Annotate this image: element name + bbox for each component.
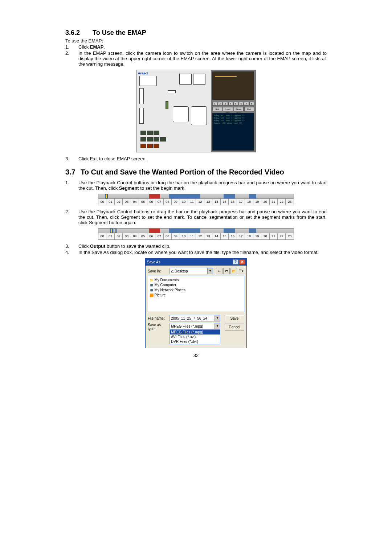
cancel-button[interactable]: Cancel [225,324,244,331]
help-icon[interactable]: ? [233,259,238,264]
segment-end-marker[interactable] [114,229,117,233]
timeline-figure-2: 0001020304050607080910111213141516171819… [65,228,327,240]
up-icon[interactable]: 🗀 [223,268,230,274]
step-text: Click Output button to save the wanted c… [78,243,327,249]
steps-362b: 3. Click Exit to close EMAP screen. [65,156,327,161]
heading-37-number: 3.7 [65,168,81,176]
timeline-hour-cell: 18 [245,199,253,205]
newfolder-icon[interactable]: 📂 [230,268,237,274]
timeline-hour-cell: 19 [253,233,261,239]
timeline-hour-cell: 20 [261,233,269,239]
timeline-segment-blue [224,194,235,198]
step-text: Click Exit to close EMAP screen. [78,156,327,161]
segment-begin-marker[interactable] [110,229,113,233]
timeline-hour-scale: 0001020304050607080910111213141516171819… [98,233,294,240]
timeline-hour-cell: 08 [164,199,172,205]
timeline-hour-cell: 09 [172,199,180,205]
timeline-segment-blue [249,229,256,233]
chevron-down-icon[interactable]: ▼ [215,323,220,329]
step-num: 3. [65,156,78,161]
saveas-list-item[interactable]: My Documents [150,278,242,283]
step-text: Click EMAP. [78,44,327,50]
step-text: Use the Playback Control buttons or drag… [78,209,327,225]
emap-edit-button[interactable]: Edit [212,107,222,111]
emap-cam-btn[interactable]: 2 [218,102,223,106]
emap-camera-preview [212,71,254,100]
filename-input[interactable]: 2005_11_25_7_56_24 ▼ [170,315,220,321]
segment-begin-marker[interactable] [105,194,108,198]
savein-dropdown[interactable]: 🗂 Desktop ▼ [170,268,213,274]
timeline-hour-cell: 07 [155,233,163,239]
savetype-options[interactable]: MPEG Files (*.mpg) AVI Files (*.avi) DVR… [170,329,220,344]
savetype-dropdown[interactable]: MPEG Files (*.mpg) ▼ [170,323,220,329]
timeline-hour-cell: 07 [155,199,163,205]
emap-cam-btn[interactable]: 1 [212,102,217,106]
timeline-hour-cell: 12 [196,233,204,239]
savetype-option[interactable]: AVI Files (*.avi) [170,335,220,339]
emap-figure-wrap: Area-1 1 2 3 4 5 6 [65,70,327,152]
close-icon[interactable]: ✕ [239,259,245,264]
emap-screenshot: Area-1 1 2 3 4 5 6 [136,70,256,152]
emap-area-label: Area-1 [138,71,148,75]
emap-cam-btn[interactable]: 8 [249,102,254,106]
timeline-hour-cell: 12 [196,199,204,205]
step-num: 4. [65,250,78,255]
emap-loadmap-button[interactable]: Load Map [223,107,233,111]
emap-cam-btn[interactable]: 5 [233,102,238,106]
saveas-list-item[interactable]: Picture [150,293,242,298]
timeline-hour-cell: 19 [253,199,261,205]
emap-camera-buttons: 1 2 3 4 5 6 7 8 [212,102,254,106]
emap-thumbnails [140,130,166,150]
timeline-hour-cell: 01 [106,199,114,205]
viewmenu-icon[interactable]: ☰▾ [238,268,244,274]
timeline-hour-cell: 09 [172,233,180,239]
emap-right-panel: 1 2 3 4 5 6 7 8 Edit Load Map Reset Icon… [211,70,256,152]
savetype-option[interactable]: MPEG Files (*.mpg) [170,330,220,335]
page-number: 32 [65,353,327,358]
saveas-dialog: Save As ? ✕ Save in: 🗂 Desktop ▼ ⇦ 🗀 📂 ☰… [145,258,247,348]
timeline-segment-blue [224,229,235,233]
emap-cam-btn[interactable]: 6 [239,102,244,106]
saveas-list-item[interactable]: My Network Places [150,288,242,293]
emap-exit-button[interactable]: Exit [244,107,254,111]
chevron-down-icon[interactable]: ▼ [215,315,220,321]
timeline-hour-cell: 00 [98,199,106,205]
emap-control-row: Edit Load Map Reset Icon Exit [212,107,254,111]
timeline-hour-cell: 06 [147,233,155,239]
back-icon[interactable]: ⇦ [216,268,222,274]
step-text: In the Save As dialog box, locate on whe… [78,250,327,255]
emap-map-area: Area-1 [136,70,211,152]
timeline-segment-red [149,194,160,198]
emap-cam-btn[interactable]: 7 [244,102,249,106]
save-button[interactable]: Save [225,315,244,322]
saveas-list-item[interactable]: My Computer [150,283,242,288]
emap-cam-btn[interactable]: 4 [228,102,233,106]
timeline-hour-cell: 23 [286,199,293,205]
emap-cam-btn[interactable]: 3 [223,102,228,106]
timeline-hour-cell: 22 [278,233,286,239]
steps-37c: 3. Click Output button to save the wante… [65,243,327,255]
timeline-hour-cell: 05 [139,199,147,205]
timeline-hour-cell: 23 [286,233,293,239]
timeline-hour-cell: 21 [270,199,278,205]
emap-warning-log: Relay (#1) been triggered !!! Relay (#2)… [212,113,254,151]
timeline-hour-cell: 16 [229,199,237,205]
heading-37: 3.7To Cut and Save the Wanted Portion of… [65,168,327,176]
timeline-segment-blue [169,194,200,198]
saveas-file-list[interactable]: My DocumentsMy ComputerMy Network Places… [148,276,244,312]
saveas-titlebar: Save As ? ✕ [146,258,246,266]
timeline-hour-cell: 11 [188,199,196,205]
timeline-hour-cell: 04 [131,233,139,239]
savetype-option[interactable]: DVR Files (*.dvr) [170,339,220,344]
step-text: In the EMAP screen, click the camera ico… [78,50,327,67]
timeline-figure-1: 0001020304050607080910111213141516171819… [65,194,327,205]
playback-progress-bar[interactable] [98,228,294,233]
playback-progress-bar[interactable] [98,194,294,199]
chevron-down-icon[interactable]: ▼ [207,268,213,274]
filename-label: File name: [148,316,168,320]
timeline-hour-cell: 02 [115,233,123,239]
timeline-hour-cell: 10 [180,199,188,205]
emap-reseticon-button[interactable]: Reset Icon [234,107,244,111]
timeline-hour-cell: 15 [221,233,229,239]
timeline-hour-cell: 17 [237,233,245,239]
